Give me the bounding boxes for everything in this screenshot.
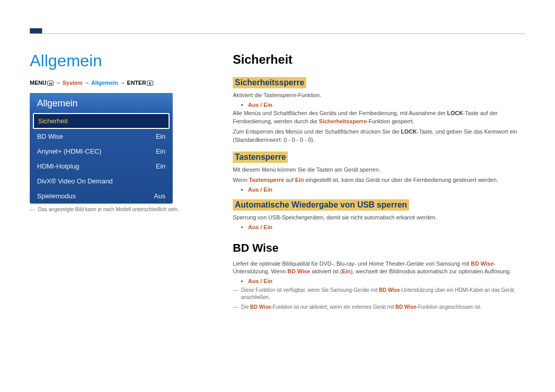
section-heading-sicherheit: Sicherheit	[233, 52, 525, 67]
menu-item-bdwise[interactable]: BD Wise Ein	[30, 129, 173, 144]
bc-arrow-3: →	[120, 80, 125, 86]
bc-enter: ENTER	[127, 80, 146, 86]
menu-item-anynet[interactable]: Anynet+ (HDMI-CEC) Ein	[30, 144, 173, 159]
corner-mark	[30, 28, 42, 33]
menu-item-hotplug[interactable]: HDMI-Hotplug Ein	[30, 159, 173, 174]
menu-item-value: Ein	[156, 147, 165, 155]
bullet-aus-ein: Aus / Ein	[241, 186, 525, 193]
menu-item-label: Anynet+ (HDMI-CEC)	[37, 147, 101, 155]
menu-item-value: Ein	[156, 133, 165, 140]
bullet-aus-ein: Aus / Ein	[241, 102, 525, 108]
aus-ein-label: Aus / Ein	[248, 224, 272, 230]
menu-item-label: DivX® Video On Demand	[37, 177, 113, 185]
body-text: Mit diesem Menü können Sie die Tasten am…	[233, 166, 525, 174]
page: Allgemein MENUm → System → Allgemein → E…	[0, 0, 555, 327]
section-heading-bdwise: BD Wise	[233, 241, 525, 255]
sub-heading-sicherheitssperre: Sicherheitssperre	[233, 77, 306, 88]
menu-item-value: Ein	[156, 162, 165, 170]
menu-item-label: HDMI-Hotplug	[37, 162, 79, 170]
left-column: Allgemein MENUm → System → Allgemein → E…	[30, 51, 202, 312]
menu-box: Allgemein Sicherheit BD Wise Ein Anynet+…	[30, 93, 173, 203]
menu-item-value: Aus	[154, 192, 165, 200]
body-text: Sperrung von USB-Speichergeräten, damit …	[233, 214, 525, 222]
bc-system: System	[63, 80, 83, 86]
footnote: Diese Funktion ist verfügbar, wenn Sie S…	[233, 287, 525, 301]
breadcrumb: MENUm → System → Allgemein → ENTERE	[30, 80, 202, 86]
body-text: Liefert die optimale Bildqualität für DV…	[233, 260, 525, 276]
menu-item-sicherheit[interactable]: Sicherheit	[33, 113, 170, 129]
top-rule	[30, 33, 525, 34]
bc-arrow-2: →	[84, 80, 90, 86]
body-text: Zum Entsperren des Menüs und der Schaltf…	[233, 128, 525, 144]
aus-ein-label: Aus / Ein	[248, 278, 272, 284]
menu-item-game[interactable]: Spielemodus Aus	[30, 189, 173, 203]
body-text: Wenn Tastensperre auf Ein eingestellt is…	[233, 176, 525, 184]
menu-header: Allgemein	[30, 93, 173, 113]
menu-item-label: BD Wise	[37, 133, 63, 140]
sub-heading-tastensperre: Tastensperre	[233, 152, 288, 163]
menu-icon: m	[47, 81, 53, 86]
menu-item-divx[interactable]: DivX® Video On Demand	[30, 174, 173, 189]
enter-icon: E	[147, 81, 153, 86]
menu-item-label: Sicherheit	[38, 117, 68, 125]
bc-menu: MENU	[30, 80, 46, 86]
menu-item-label: Spielemodus	[37, 192, 76, 200]
body-text: Alle Menüs und Schaltflächen des Geräts …	[233, 109, 525, 126]
page-title: Allgemein	[30, 51, 202, 70]
bullet-aus-ein: Aus / Ein	[241, 278, 525, 284]
bc-general: Allgemein	[91, 80, 118, 86]
bc-arrow-1: →	[55, 80, 61, 86]
body-text: Aktiviert die Tastensperre-Funktion.	[233, 91, 525, 100]
right-column: Sicherheit Sicherheitssperre Aktiviert d…	[233, 51, 525, 312]
note-text: Das angezeigte Bild kann je nach Modell …	[38, 206, 179, 213]
bullet-aus-ein: Aus / Ein	[241, 224, 525, 230]
aus-ein-label: Aus / Ein	[248, 102, 272, 108]
image-note: Das angezeigte Bild kann je nach Modell …	[30, 206, 202, 213]
sub-heading-usb-sperren: Automatische Wiedergabe von USB sperren	[233, 199, 409, 211]
aus-ein-label: Aus / Ein	[248, 186, 272, 193]
footnote: Die BD Wise-Funktion ist nur aktiviert, …	[233, 304, 525, 311]
